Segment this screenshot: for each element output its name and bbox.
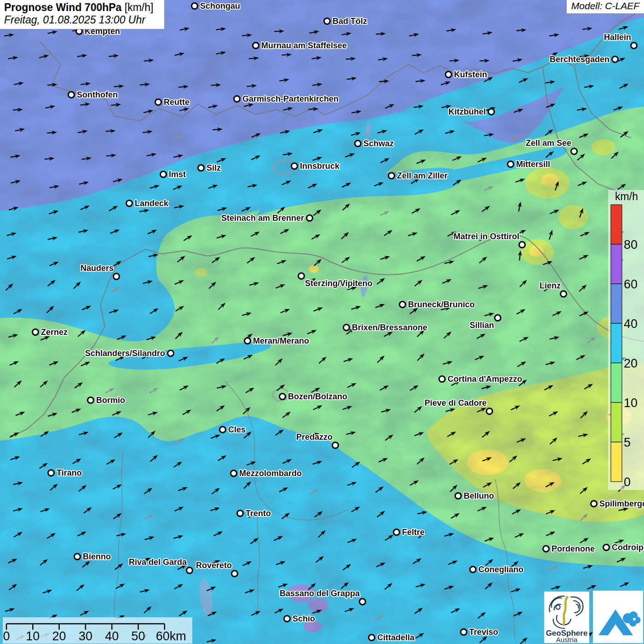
city: Meran/Merano <box>245 336 310 345</box>
logo-area: GeoSphere Austria <box>544 591 643 643</box>
city-label: Cortina d'Ampezzo <box>448 374 522 384</box>
city-marker <box>495 315 501 321</box>
legend-color-segment <box>611 244 622 284</box>
city-label: Spilimbergo <box>599 499 644 508</box>
city-label: Brixen/Bressanone <box>352 323 427 332</box>
city-marker <box>508 161 514 167</box>
city-marker <box>220 427 226 433</box>
city: Bozen/Bolzano <box>280 392 348 401</box>
city-marker <box>280 394 286 400</box>
city-marker <box>299 273 305 279</box>
city-marker <box>470 567 476 573</box>
city-label: Conegliano <box>478 565 523 574</box>
city-label: Landeck <box>135 199 169 208</box>
city-label: Sillian <box>470 321 494 330</box>
city: Silz <box>198 163 221 172</box>
city-marker <box>439 376 445 382</box>
mountain-cloud-logo <box>593 591 643 643</box>
city: Berchtesgaden <box>550 55 618 64</box>
city-marker <box>307 215 313 221</box>
city-label: Codroipo <box>612 543 644 552</box>
city-marker <box>253 43 259 49</box>
city-label: Innsbruck <box>300 161 340 171</box>
city: Imst <box>161 170 186 179</box>
city-label: Cittadella <box>377 633 415 642</box>
scale-bar-tick-label: 0 <box>3 629 10 643</box>
city-marker <box>33 329 39 335</box>
city: Cles <box>220 425 246 434</box>
city-label: Riva del Garda <box>129 558 187 567</box>
city-marker <box>333 443 339 448</box>
city-label: Bormio <box>96 396 125 405</box>
geosphere-country: Austria <box>556 636 578 643</box>
city-marker <box>389 173 395 179</box>
city: Cortina d'Ampezzo <box>439 374 523 384</box>
cloud-curl <box>633 618 636 621</box>
city-label: Bassano del Grappa <box>280 589 360 598</box>
city-marker <box>69 92 75 98</box>
city-label: Lienz <box>540 281 561 290</box>
city: Schlanders/Silandro <box>85 349 174 358</box>
city: Murnau am Staffelsee <box>253 41 347 50</box>
legend-title: km/h <box>615 190 638 202</box>
legend-color-segment <box>611 442 622 482</box>
city: Steinach am Brenner <box>221 213 313 223</box>
city-label: Schongau <box>200 1 240 11</box>
city-label: Mezzolombardo <box>239 469 302 478</box>
city-label: Steinach am Brenner <box>221 213 304 223</box>
city-marker <box>114 274 120 280</box>
map-valid-time: Freitag, 01.08.2025 13:00 Uhr <box>4 14 160 26</box>
city-marker <box>161 172 167 178</box>
title-parameter: Prognose Wind 700hPa <box>4 1 121 13</box>
city-marker <box>237 511 243 517</box>
city-label: Tirano <box>57 468 82 477</box>
city-marker <box>604 545 610 551</box>
title-box: Prognose Wind 700hPa [km/h] Freitag, 01.… <box>0 0 165 29</box>
city-label: Imst <box>169 170 186 179</box>
scale-bar-tick-label: 60km <box>156 629 186 643</box>
city-label: Hallein <box>604 33 631 42</box>
city-marker <box>461 629 467 635</box>
scale-bar-tick-label: 10 <box>26 629 40 643</box>
city-label: Sonthofen <box>77 90 118 99</box>
mountain-cloud-icon <box>598 610 641 635</box>
city-marker <box>519 242 525 248</box>
legend-scale: km/h 806040201050 <box>608 190 644 490</box>
city-label: Kufstein <box>454 70 487 79</box>
scale-bar-tick-label: 30 <box>79 629 92 643</box>
legend-tick-label: 10 <box>624 396 638 410</box>
city: Brixen/Bressanone <box>344 323 428 332</box>
city-marker <box>446 72 452 78</box>
city-label: Sterzing/Vipiteno <box>305 279 373 288</box>
title-unit: [km/h] <box>125 1 154 13</box>
city-label: Berchtesgaden <box>550 55 610 64</box>
city-label: Murnau am Staffelsee <box>261 41 347 50</box>
city-marker <box>284 616 290 622</box>
legend-tick-label: 40 <box>624 317 638 331</box>
weather-map-canvas: SchongauBad TölzKemptenMurnau am Staffel… <box>0 0 644 644</box>
city: Garmisch-Partenkirchen <box>234 94 339 104</box>
city-label: Bad Tölz <box>333 17 367 26</box>
city-marker <box>369 635 375 641</box>
city-label: Nauders <box>80 264 114 273</box>
scale-bar: 0102030405060km <box>3 617 192 644</box>
city-label: Predazzo <box>296 432 333 442</box>
legend-color-segment <box>611 323 622 363</box>
city-marker <box>400 302 406 308</box>
city-label: Schlanders/Silandro <box>85 349 165 358</box>
city-label: Treviso <box>469 627 498 637</box>
city-label: Trento <box>246 509 271 518</box>
legend-color-segment <box>611 284 622 323</box>
city-marker <box>198 165 204 171</box>
city-marker <box>48 470 54 476</box>
legend-tick-label: 20 <box>624 356 638 370</box>
city-marker <box>75 554 80 560</box>
city-marker <box>561 291 567 297</box>
model-label: Modell: C-LAEF <box>571 0 639 11</box>
legend-color-segment <box>611 402 622 442</box>
legend-tick-label: 80 <box>624 238 638 252</box>
city-marker <box>234 96 240 102</box>
city-marker <box>168 351 174 356</box>
city-marker <box>155 99 161 105</box>
city-marker <box>192 3 198 9</box>
